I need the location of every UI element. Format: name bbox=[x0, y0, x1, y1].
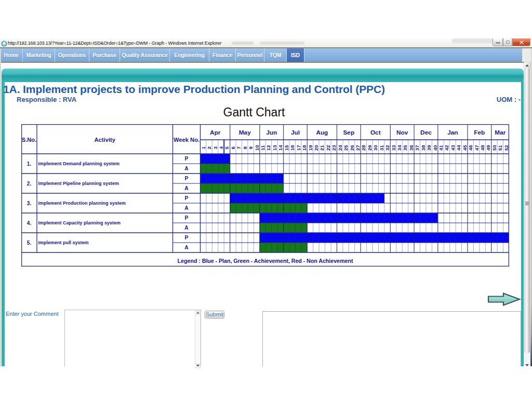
svg-text:9: 9 bbox=[248, 146, 254, 149]
svg-text:Jan: Jan bbox=[447, 129, 458, 136]
svg-text:6: 6 bbox=[230, 146, 236, 149]
svg-text:44: 44 bbox=[456, 145, 461, 151]
svg-text:11: 11 bbox=[260, 145, 265, 151]
svg-text:Dec: Dec bbox=[420, 129, 432, 136]
svg-text:32: 32 bbox=[384, 145, 390, 151]
svg-text:Nov: Nov bbox=[396, 129, 408, 136]
svg-text:A: A bbox=[184, 245, 189, 250]
svg-text:5.: 5. bbox=[27, 240, 32, 246]
svg-text:34: 34 bbox=[396, 145, 402, 151]
svg-text:48: 48 bbox=[480, 145, 485, 151]
svg-text:Legend : Blue - Plan, Green -: Legend : Blue - Plan, Green - Achievemen… bbox=[178, 258, 353, 264]
svg-text:42: 42 bbox=[444, 145, 449, 151]
svg-text:P: P bbox=[185, 195, 189, 201]
svg-text:P: P bbox=[185, 215, 189, 221]
svg-text:14: 14 bbox=[277, 145, 283, 151]
svg-text:Sep: Sep bbox=[343, 129, 354, 136]
svg-text:22: 22 bbox=[325, 145, 331, 151]
svg-text:24: 24 bbox=[337, 145, 343, 151]
svg-text:1.: 1. bbox=[27, 161, 32, 167]
svg-text:Activity: Activity bbox=[95, 137, 116, 143]
svg-text:2.: 2. bbox=[27, 181, 32, 187]
svg-text:39: 39 bbox=[426, 145, 432, 151]
svg-text:P: P bbox=[185, 156, 189, 162]
svg-text:4.: 4. bbox=[27, 220, 32, 226]
svg-text:37: 37 bbox=[414, 145, 420, 151]
svg-text:47: 47 bbox=[474, 145, 480, 151]
svg-text:Aug: Aug bbox=[316, 129, 328, 136]
svg-text:51: 51 bbox=[497, 145, 503, 151]
svg-text:4: 4 bbox=[218, 146, 224, 149]
svg-text:P: P bbox=[185, 176, 189, 181]
svg-text:10: 10 bbox=[254, 145, 260, 151]
svg-text:36: 36 bbox=[408, 145, 414, 151]
svg-text:12: 12 bbox=[265, 145, 271, 151]
svg-text:May: May bbox=[239, 129, 251, 136]
svg-text:7: 7 bbox=[236, 147, 242, 149]
svg-text:A: A bbox=[184, 225, 189, 231]
svg-text:50: 50 bbox=[491, 145, 497, 151]
svg-text:Apr: Apr bbox=[210, 129, 221, 136]
svg-text:52: 52 bbox=[503, 145, 509, 151]
svg-text:21: 21 bbox=[319, 145, 325, 151]
svg-text:8: 8 bbox=[242, 146, 248, 149]
svg-text:Mar: Mar bbox=[495, 129, 506, 136]
svg-text:40: 40 bbox=[432, 145, 438, 151]
svg-text:Implement Demand planning syst: Implement Demand planning system bbox=[38, 161, 120, 166]
svg-text:3: 3 bbox=[212, 146, 218, 149]
svg-text:17: 17 bbox=[296, 145, 301, 151]
svg-text:Implement Production planning: Implement Production planning system bbox=[38, 201, 126, 206]
svg-text:46: 46 bbox=[468, 145, 473, 151]
svg-text:A: A bbox=[184, 205, 189, 211]
svg-text:27: 27 bbox=[355, 145, 361, 151]
svg-text:Implement Capacity planning sy: Implement Capacity planning system bbox=[38, 220, 121, 225]
svg-text:43: 43 bbox=[450, 145, 456, 151]
svg-text:P: P bbox=[185, 235, 189, 241]
svg-text:2: 2 bbox=[206, 147, 212, 149]
svg-text:31: 31 bbox=[379, 145, 384, 151]
svg-text:33: 33 bbox=[391, 145, 396, 151]
svg-text:1: 1 bbox=[201, 146, 206, 149]
svg-text:Week No.: Week No. bbox=[174, 137, 200, 143]
svg-text:A: A bbox=[184, 185, 189, 191]
svg-text:49: 49 bbox=[485, 145, 491, 151]
svg-text:19: 19 bbox=[308, 145, 313, 151]
svg-text:3.: 3. bbox=[27, 201, 32, 206]
svg-text:20: 20 bbox=[313, 145, 319, 151]
svg-text:41: 41 bbox=[438, 145, 444, 151]
svg-text:15: 15 bbox=[284, 145, 289, 151]
svg-text:A: A bbox=[184, 166, 189, 171]
svg-text:Jul: Jul bbox=[291, 129, 300, 136]
svg-text:Implement Pipeline planning sy: Implement Pipeline planning system bbox=[38, 181, 119, 186]
svg-text:Feb: Feb bbox=[474, 129, 485, 136]
svg-text:S.No.: S.No. bbox=[22, 137, 37, 143]
svg-text:45: 45 bbox=[462, 145, 468, 151]
svg-text:16: 16 bbox=[289, 145, 295, 151]
svg-text:18: 18 bbox=[301, 145, 307, 151]
svg-text:Implement pull system: Implement pull system bbox=[38, 240, 89, 245]
svg-text:35: 35 bbox=[402, 145, 408, 151]
svg-text:29: 29 bbox=[367, 145, 373, 151]
svg-text:23: 23 bbox=[331, 145, 337, 151]
svg-text:13: 13 bbox=[272, 145, 277, 151]
svg-text:30: 30 bbox=[373, 145, 378, 151]
svg-text:28: 28 bbox=[361, 145, 366, 151]
svg-text:26: 26 bbox=[349, 145, 355, 151]
svg-text:38: 38 bbox=[420, 145, 426, 151]
svg-text:Jun: Jun bbox=[266, 129, 277, 136]
svg-text:Oct: Oct bbox=[370, 129, 381, 136]
svg-text:5: 5 bbox=[224, 146, 230, 149]
svg-text:25: 25 bbox=[343, 145, 349, 151]
